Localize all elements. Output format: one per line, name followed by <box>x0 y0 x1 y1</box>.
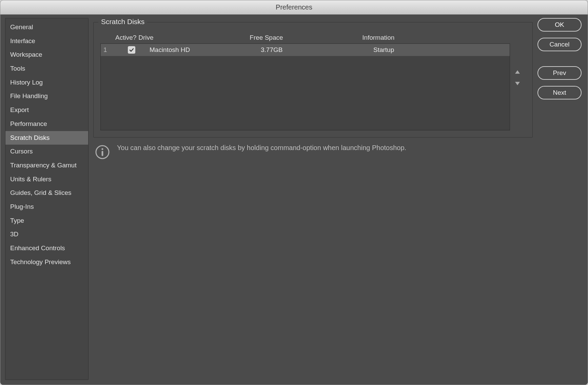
sidebar-item[interactable]: 3D <box>5 227 88 241</box>
sidebar-item[interactable]: Scratch Disks <box>5 131 88 145</box>
col-header-info: Information <box>360 34 510 41</box>
ok-button[interactable]: OK <box>537 18 582 32</box>
scratch-disks-table-wrap: # Active? Drive Free Space Information 1… <box>100 32 526 130</box>
sidebar-item[interactable]: Workspace <box>5 48 88 62</box>
window-titlebar: Preferences <box>0 0 588 15</box>
row-number: 1 <box>101 46 116 54</box>
window-body: GeneralInterfaceWorkspaceToolsHistory Lo… <box>0 15 588 385</box>
sidebar-item[interactable]: Plug-Ins <box>5 200 88 214</box>
col-header-free: Free Space <box>248 34 360 41</box>
sidebar-item[interactable]: Tools <box>5 62 88 76</box>
move-down-button[interactable] <box>513 80 522 87</box>
table-header: # Active? Drive Free Space Information <box>100 32 510 43</box>
sidebar-item[interactable]: Performance <box>5 117 88 131</box>
col-header-active: Active? <box>115 34 136 41</box>
row-free-space: 3.77GB <box>259 46 371 54</box>
scratch-disks-group: Scratch Disks # Active? Drive Free Space… <box>93 22 533 138</box>
triangle-up-icon <box>514 70 521 74</box>
triangle-down-icon <box>514 81 521 86</box>
sidebar-item[interactable]: Technology Previews <box>5 255 88 269</box>
sidebar-item[interactable]: Interface <box>5 34 88 48</box>
dialog-buttons: OK Cancel Prev Next <box>537 18 582 380</box>
scratch-disks-table: # Active? Drive Free Space Information 1… <box>100 32 510 130</box>
info-icon <box>95 145 110 159</box>
hint-text: You can also change your scratch disks b… <box>117 143 406 153</box>
checkmark-icon <box>129 47 134 53</box>
sidebar-item[interactable]: Export <box>5 103 88 117</box>
move-up-button[interactable] <box>513 68 522 76</box>
col-header-drive: Drive <box>136 34 248 41</box>
category-sidebar: GeneralInterfaceWorkspaceToolsHistory Lo… <box>5 18 89 380</box>
hint-row: You can also change your scratch disks b… <box>93 138 533 159</box>
prev-button[interactable]: Prev <box>537 66 582 80</box>
sidebar-item[interactable]: Cursors <box>5 145 88 159</box>
svg-point-1 <box>101 148 103 150</box>
row-drive: Macintosh HD <box>148 46 259 54</box>
next-button[interactable]: Next <box>537 86 582 99</box>
sidebar-item[interactable]: Enhanced Controls <box>5 241 88 255</box>
sidebar-item[interactable]: File Handling <box>5 89 88 103</box>
sidebar-item[interactable]: Units & Rulers <box>5 172 88 186</box>
svg-rect-2 <box>102 151 103 156</box>
table-body[interactable]: 1Macintosh HD3.77GBStartup <box>100 43 510 130</box>
active-checkbox[interactable] <box>128 46 135 54</box>
preferences-window: Preferences GeneralInterfaceWorkspaceToo… <box>0 0 588 385</box>
sidebar-item[interactable]: History Log <box>5 76 88 90</box>
sidebar-item[interactable]: General <box>5 20 88 34</box>
cancel-button[interactable]: Cancel <box>537 38 582 51</box>
table-row[interactable]: 1Macintosh HD3.77GBStartup <box>101 44 510 56</box>
row-information: Startup <box>371 46 510 54</box>
sidebar-item[interactable]: Transparency & Gamut <box>5 159 88 172</box>
main-panel: Scratch Disks # Active? Drive Free Space… <box>93 18 533 380</box>
reorder-arrows <box>513 32 526 130</box>
group-title: Scratch Disks <box>98 18 147 26</box>
row-active-cell <box>116 46 148 54</box>
sidebar-item[interactable]: Type <box>5 214 88 228</box>
sidebar-item[interactable]: Guides, Grid & Slices <box>5 186 88 200</box>
window-title: Preferences <box>276 3 312 11</box>
